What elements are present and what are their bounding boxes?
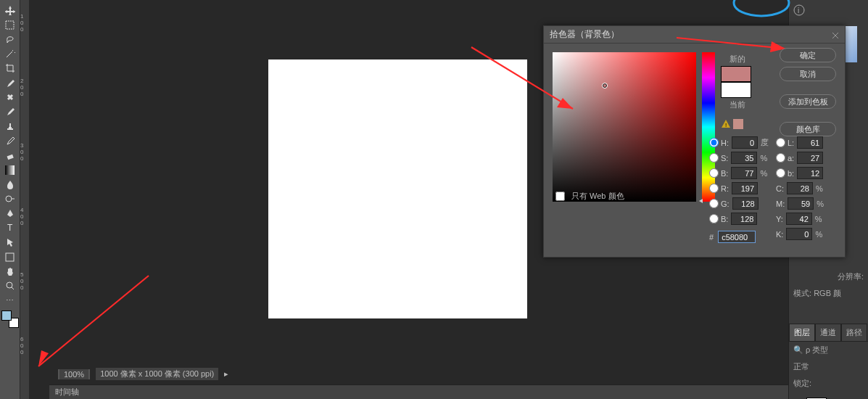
m-label: M: — [776, 200, 785, 208]
more-tools-icon[interactable]: ⋯ — [3, 294, 17, 307]
y-input[interactable] — [786, 213, 812, 225]
k-label: K: — [776, 230, 783, 239]
c-input[interactable] — [787, 182, 813, 194]
lab-b-radio[interactable]: b: — [776, 168, 794, 178]
k-input[interactable] — [786, 228, 812, 240]
hex-label: # — [709, 233, 714, 242]
eraser-tool-icon[interactable] — [3, 149, 17, 162]
tab-channels[interactable]: 通道 — [815, 324, 841, 341]
layer-kind[interactable]: ρ 类型 — [806, 345, 828, 354]
svg-text:!: ! — [725, 122, 727, 128]
color-lib-button[interactable]: 颜色库 — [780, 122, 836, 136]
dialog-titlebar: 拾色器（背景色） — [544, 26, 845, 44]
marquee-tool-icon[interactable] — [3, 18, 17, 31]
tool-palette: T ⋯ — [0, 0, 20, 399]
path-select-tool-icon[interactable] — [3, 236, 17, 249]
svg-point-3 — [6, 196, 12, 202]
heal-tool-icon[interactable] — [3, 91, 17, 104]
a-input[interactable] — [797, 152, 823, 164]
g-radio[interactable]: G: — [709, 199, 729, 208]
b-input[interactable] — [731, 167, 757, 179]
svg-text:i: i — [798, 7, 799, 15]
search-icon[interactable]: 🔍 — [793, 345, 803, 354]
blur-tool-icon[interactable] — [3, 178, 17, 191]
l-radio[interactable]: L: — [776, 138, 794, 147]
tab-paths[interactable]: 路径 — [841, 324, 867, 341]
svg-point-6 — [7, 282, 12, 288]
a-radio[interactable]: a: — [776, 153, 794, 163]
sv-picker-indicator — [602, 83, 608, 89]
color-picker-dialog: 拾色器（背景色） 新的 当前 ! 确定 取消 添加到色板 颜色库 H:度 S:%… — [543, 25, 846, 258]
r-radio[interactable]: R: — [709, 184, 729, 193]
brush-tool-icon[interactable] — [3, 105, 17, 118]
add-swatch-button[interactable]: 添加到色板 — [780, 94, 836, 109]
close-icon[interactable] — [832, 31, 839, 38]
magic-wand-tool-icon[interactable] — [3, 47, 17, 60]
h-radio[interactable]: H: — [709, 138, 729, 147]
h-input[interactable] — [732, 136, 758, 149]
lab-b-input[interactable] — [797, 167, 823, 179]
hex-input[interactable] — [718, 231, 756, 243]
c-label: C: — [776, 184, 784, 193]
eyedropper-tool-icon[interactable] — [3, 76, 17, 89]
gradient-tool-icon[interactable] — [3, 163, 17, 176]
status-doc-info: 1000 像素 x 1000 像素 (300 ppi) — [96, 368, 218, 380]
new-color-swatch — [721, 66, 751, 82]
s-input[interactable] — [731, 152, 757, 164]
web-only-checkbox[interactable]: 只有 Web 颜色 — [553, 189, 624, 203]
zoom-tool-icon[interactable] — [3, 279, 17, 292]
current-label: 当前 — [721, 99, 754, 110]
dialog-title: 拾色器（背景色） — [550, 28, 619, 41]
timeline-panel-tab[interactable]: 时间轴 — [49, 384, 868, 399]
r-input[interactable] — [732, 182, 758, 194]
b2-radio[interactable]: B: — [709, 214, 728, 223]
type-tool-icon[interactable]: T — [3, 221, 17, 234]
m-input[interactable] — [788, 197, 814, 210]
resolution-label: 分辨率: — [789, 268, 868, 285]
saturation-value-field[interactable] — [553, 52, 696, 202]
crop-tool-icon[interactable] — [3, 62, 17, 75]
y-label: Y: — [776, 215, 783, 223]
l-input[interactable] — [797, 136, 823, 149]
new-label: 新的 — [721, 54, 754, 65]
vertical-ruler: 100200300400500600 — [20, 0, 29, 399]
status-bar: 100% 1000 像素 x 1000 像素 (300 ppi) ▸ — [58, 368, 228, 380]
lock-row: 锁定: — [789, 375, 868, 392]
move-tool-icon[interactable] — [3, 4, 17, 17]
svg-text:T: T — [7, 223, 13, 233]
blend-mode[interactable]: 正常 — [789, 358, 868, 375]
cancel-button[interactable]: 取消 — [780, 67, 836, 81]
gamut-warning-icon[interactable]: ! — [721, 119, 731, 129]
b-radio[interactable]: B: — [709, 168, 728, 178]
shape-tool-icon[interactable] — [3, 250, 17, 263]
tab-layers[interactable]: 图层 — [789, 324, 815, 341]
info-icon[interactable]: i — [793, 4, 805, 17]
pen-tool-icon[interactable] — [3, 207, 17, 220]
document-canvas[interactable] — [268, 59, 527, 318]
fg-swatch[interactable] — [1, 310, 12, 321]
mode-row: 模式: RGB 颜 — [789, 285, 868, 302]
svg-rect-1 — [7, 155, 13, 160]
gamut-suggest-swatch[interactable] — [733, 119, 743, 129]
hand-tool-icon[interactable] — [3, 265, 17, 278]
status-chevron-icon[interactable]: ▸ — [224, 369, 228, 379]
s-radio[interactable]: S: — [709, 153, 728, 163]
current-color-swatch[interactable] — [721, 82, 751, 98]
ok-button[interactable]: 确定 — [780, 48, 836, 62]
zoom-level[interactable]: 100% — [58, 369, 90, 379]
b2-input[interactable] — [731, 213, 757, 225]
svg-rect-5 — [6, 253, 14, 261]
g-input[interactable] — [732, 197, 759, 210]
svg-rect-2 — [5, 165, 15, 175]
svg-rect-0 — [6, 21, 14, 29]
lasso-tool-icon[interactable] — [3, 33, 17, 46]
fg-bg-swatch[interactable] — [1, 310, 19, 328]
stamp-tool-icon[interactable] — [3, 120, 17, 133]
dodge-tool-icon[interactable] — [3, 192, 17, 205]
history-brush-tool-icon[interactable] — [3, 134, 17, 147]
